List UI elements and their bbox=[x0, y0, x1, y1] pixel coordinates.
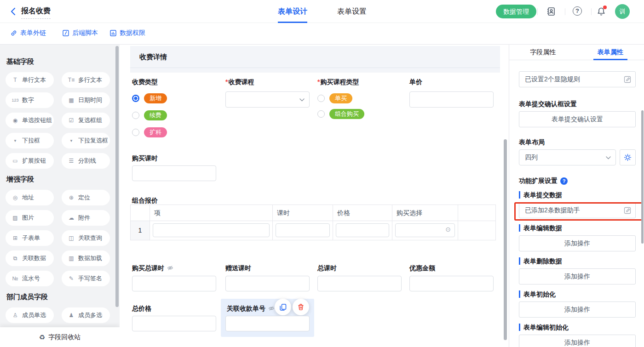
related-receipt-no-input[interactable] bbox=[225, 316, 310, 331]
gift-hours-input[interactable] bbox=[225, 276, 310, 291]
copy-field-button[interactable] bbox=[275, 299, 291, 315]
delete-field-button[interactable] bbox=[293, 299, 309, 315]
radio-target-icon: ⊙ bbox=[445, 226, 451, 233]
form-external-link[interactable]: 表单外链 bbox=[10, 29, 46, 37]
sidebar-scrollbar[interactable] bbox=[115, 46, 119, 307]
field-pill-attachment[interactable]: ☁附件 bbox=[62, 210, 110, 226]
page-title[interactable]: 报名收费 bbox=[21, 6, 51, 19]
fee-type-option-new[interactable]: 新增 bbox=[132, 93, 167, 103]
field-pill-member-single[interactable]: ♙成员单选 bbox=[6, 307, 54, 323]
field-pill-address[interactable]: ◎地址 bbox=[6, 190, 54, 205]
section-title-member-fields: 部门成员字段 bbox=[6, 293, 114, 301]
divider-icon: ☰ bbox=[68, 158, 75, 164]
add-action-button-init[interactable]: 添加操作 bbox=[519, 301, 636, 318]
price-input[interactable] bbox=[336, 223, 389, 237]
unit-price-input[interactable] bbox=[409, 91, 494, 108]
eye-off-icon bbox=[167, 265, 173, 271]
section-form-edit-data: 表单编辑数据 bbox=[519, 224, 636, 232]
field-label-gift-hours: 赠送课时 bbox=[225, 264, 251, 273]
field-pill-multi-line-text[interactable]: T≡多行文本 bbox=[62, 72, 110, 88]
field-pill-radio-group[interactable]: ◉单选按钮组 bbox=[6, 113, 54, 128]
divider bbox=[591, 8, 592, 15]
field-pill-data-load[interactable]: ▥数据加载 bbox=[62, 250, 110, 266]
field-recycle-bin[interactable]: ♻ 字段回收站 bbox=[0, 327, 120, 347]
display-rules-box[interactable]: 已设置2个显隐规则 bbox=[519, 71, 636, 87]
divider bbox=[537, 8, 538, 15]
field-pill-relation-data[interactable]: ⧉关联数据 bbox=[6, 250, 54, 266]
panel-scrollbar[interactable] bbox=[641, 110, 644, 244]
radio-selected[interactable] bbox=[132, 95, 139, 102]
radio[interactable] bbox=[317, 110, 325, 118]
avatar[interactable]: 训 bbox=[615, 4, 630, 19]
data-manage-button[interactable]: 数据管理 bbox=[496, 5, 536, 18]
cell-item bbox=[150, 221, 273, 240]
data-helper-box[interactable]: 已添加2条数据助手 bbox=[519, 202, 636, 218]
tab-form-settings[interactable]: 表单设置 bbox=[337, 0, 367, 23]
field-label-fee-course: *收费课程 bbox=[225, 78, 254, 86]
tab-form-properties[interactable]: 表单属性 bbox=[577, 45, 644, 60]
field-pill-datetime[interactable]: ▦日期时间 bbox=[62, 92, 110, 108]
required-star: * bbox=[317, 78, 320, 85]
layout-settings-button[interactable] bbox=[620, 149, 636, 165]
fee-type-option-renew[interactable]: 续费 bbox=[132, 110, 167, 120]
tag-new: 新增 bbox=[144, 93, 167, 103]
form-section-header[interactable]: 收费详情 bbox=[130, 46, 500, 73]
contacts-book-icon[interactable] bbox=[546, 6, 556, 17]
field-pill-single-line-text[interactable]: T单行文本 bbox=[6, 72, 54, 88]
field-pill-serial-number[interactable]: №流水号 bbox=[6, 271, 54, 286]
edit-icon[interactable] bbox=[624, 207, 631, 214]
edit-icon[interactable] bbox=[624, 76, 631, 83]
choice-input[interactable]: ⊙ bbox=[395, 223, 455, 237]
help-icon[interactable]: ? bbox=[573, 6, 582, 16]
add-action-button-edit[interactable]: 添加操作 bbox=[519, 235, 636, 251]
buy-hours-input[interactable] bbox=[132, 165, 216, 181]
field-pill-signature[interactable]: ✎手写签名 bbox=[62, 271, 110, 286]
table-row: 1 ⊙ bbox=[131, 221, 495, 240]
buy-type-option-single[interactable]: 单买 bbox=[317, 93, 352, 103]
fee-course-select[interactable] bbox=[225, 91, 310, 108]
total-hours-input[interactable] bbox=[317, 276, 402, 291]
help-icon[interactable]: ? bbox=[560, 177, 568, 185]
field-label-discount: 优惠金额 bbox=[409, 264, 435, 273]
selected-field-related-receipt-no[interactable]: 关联收款单号 bbox=[221, 299, 314, 337]
back-icon[interactable] bbox=[8, 6, 18, 17]
relation-query-icon: ◫ bbox=[68, 235, 75, 241]
fee-type-option-expand[interactable]: 扩科 bbox=[132, 127, 167, 137]
tab-field-properties[interactable]: 字段属性 bbox=[509, 45, 577, 60]
total-buy-hours-input[interactable] bbox=[132, 276, 216, 291]
add-action-button-delete[interactable]: 添加操作 bbox=[519, 268, 636, 284]
properties-panel: 字段属性 表单属性 已设置2个显隐规则 表单提交确认框设置 表单提交确认设置 表… bbox=[509, 45, 644, 347]
form-layout-select[interactable]: 四列 bbox=[519, 149, 616, 165]
radio[interactable] bbox=[132, 112, 139, 119]
hours-input[interactable] bbox=[276, 223, 330, 237]
total-price-input[interactable] bbox=[132, 316, 216, 331]
field-pill-checkbox-group[interactable]: ☑复选框组 bbox=[62, 113, 110, 128]
discount-input[interactable] bbox=[409, 276, 494, 291]
chevron-down-icon bbox=[606, 156, 611, 159]
data-permission-link[interactable]: 数据权限 bbox=[109, 29, 145, 37]
item-input[interactable] bbox=[153, 223, 270, 237]
canvas-scrollbar[interactable] bbox=[504, 139, 507, 340]
field-pill-image[interactable]: ▨图片 bbox=[6, 210, 54, 226]
field-pill-dropdown[interactable]: ▼下拉框 bbox=[6, 133, 54, 148]
extension-settings-title: 功能扩展设置 ? bbox=[519, 177, 636, 185]
section-form-init: 表单初始化 bbox=[519, 290, 636, 298]
field-pill-relation-query[interactable]: ◫关联查询 bbox=[62, 230, 110, 246]
add-action-button-edit-init[interactable]: 添加操作 bbox=[519, 335, 636, 347]
backend-script-link[interactable]: 后端脚本 bbox=[62, 29, 98, 37]
buy-type-option-combo[interactable]: 组合购买 bbox=[317, 109, 364, 119]
field-pill-number[interactable]: 123数字 bbox=[6, 92, 54, 108]
tab-form-design[interactable]: 表单设计 bbox=[278, 0, 307, 23]
table-header-item: 项 bbox=[150, 205, 273, 221]
radio[interactable] bbox=[317, 95, 325, 102]
field-pill-member-multi[interactable]: ♟成员多选 bbox=[62, 307, 110, 323]
field-pill-dropdown-multi[interactable]: ▼下拉复选框 bbox=[62, 133, 110, 148]
field-pill-extend-button[interactable]: ▭扩展按钮 bbox=[6, 153, 54, 169]
dropdown-multi-icon: ▼ bbox=[68, 139, 75, 143]
field-pill-location[interactable]: ⊕定位 bbox=[62, 190, 110, 205]
radio[interactable] bbox=[132, 129, 139, 136]
field-pill-subform[interactable]: ⊞子表单 bbox=[6, 230, 54, 246]
field-pill-divider-line[interactable]: ☰分割线 bbox=[62, 153, 110, 169]
field-label-total-price: 总价格 bbox=[132, 305, 151, 313]
submit-confirm-button[interactable]: 表单提交确认设置 bbox=[519, 111, 636, 127]
